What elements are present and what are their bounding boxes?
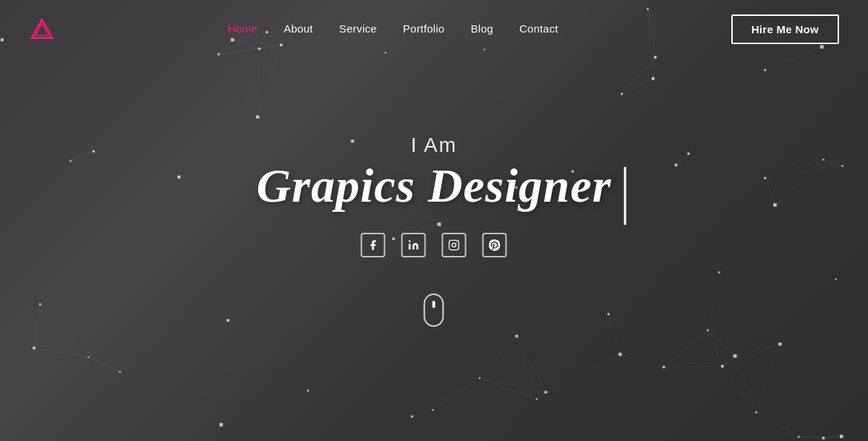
nav-link-home[interactable]: Home (228, 22, 258, 35)
nav-link-service[interactable]: Service (339, 22, 377, 35)
scroll-dot (433, 301, 435, 308)
logo-icon (29, 17, 55, 40)
svg-rect-4 (449, 240, 459, 249)
nav-link-portfolio[interactable]: Portfolio (403, 22, 445, 35)
nav-item-portfolio[interactable]: Portfolio (403, 22, 445, 35)
title-line-decoration (624, 167, 626, 225)
nav-item-contact[interactable]: Contact (519, 22, 558, 35)
pinterest-icon[interactable] (482, 233, 507, 257)
hero-content: I Am Grapics Designer (257, 134, 612, 327)
i-am-text: I Am (257, 134, 612, 157)
nav-item-home[interactable]: Home (228, 22, 258, 35)
svg-point-3 (409, 240, 411, 242)
nav-link-contact[interactable]: Contact (519, 22, 558, 35)
designer-title: Grapics Designer (257, 160, 612, 213)
hire-button[interactable]: Hire Me Now (731, 14, 839, 44)
navbar: Home About Service Portfolio Blog Contac… (0, 0, 868, 58)
nav-link-blog[interactable]: Blog (471, 22, 493, 35)
instagram-icon[interactable] (442, 233, 467, 257)
svg-rect-2 (409, 244, 411, 249)
nav-item-service[interactable]: Service (339, 22, 377, 35)
linkedin-icon[interactable] (401, 233, 426, 257)
nav-item-about[interactable]: About (284, 22, 313, 35)
scroll-indicator[interactable] (257, 294, 612, 327)
scroll-mouse (424, 294, 444, 327)
nav-link-about[interactable]: About (284, 22, 313, 35)
svg-point-6 (456, 241, 457, 242)
logo[interactable] (29, 17, 55, 40)
title-wrapper: Grapics Designer (257, 160, 612, 233)
social-icons (257, 233, 612, 257)
hero-section: Home About Service Portfolio Blog Contac… (0, 0, 868, 441)
nav-item-blog[interactable]: Blog (471, 22, 493, 35)
facebook-icon[interactable] (361, 233, 386, 257)
nav-links: Home About Service Portfolio Blog Contac… (228, 22, 558, 35)
svg-point-5 (452, 243, 456, 247)
